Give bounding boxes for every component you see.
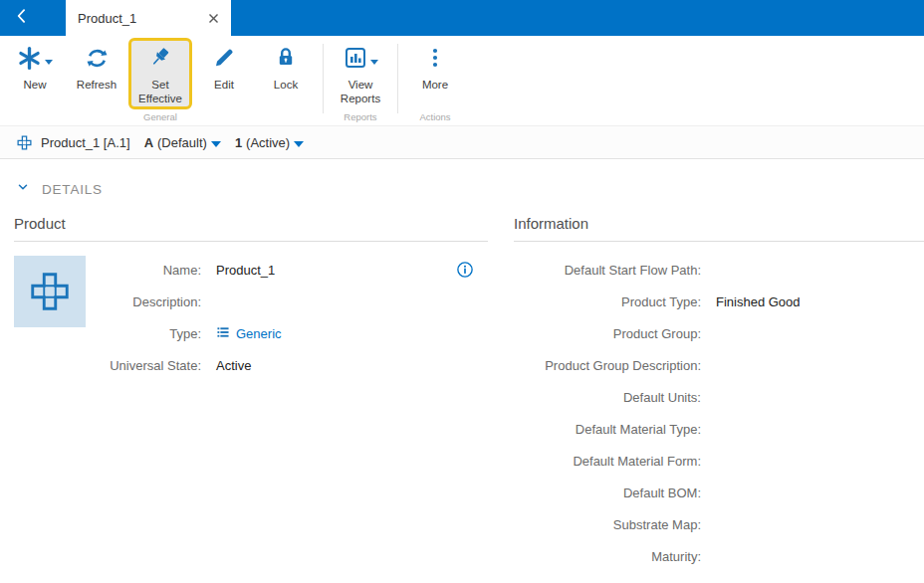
product-panel-heading: Product xyxy=(14,211,488,242)
chevron-down-icon xyxy=(370,51,378,69)
pencil-icon xyxy=(212,46,236,74)
chevron-down-icon xyxy=(16,180,30,198)
field-value: Generic xyxy=(207,325,488,342)
version-letter: A xyxy=(144,135,153,150)
back-button[interactable] xyxy=(0,0,44,36)
ellipsis-vertical-icon xyxy=(423,46,447,74)
view-reports-button-label: View Reports xyxy=(331,79,390,106)
field-row-universal-state: Universal State: Active xyxy=(14,349,488,381)
lock-icon xyxy=(274,46,298,74)
close-icon[interactable] xyxy=(208,13,219,24)
field-label: Default Start Flow Path: xyxy=(514,263,707,278)
product-image xyxy=(14,256,86,327)
breadcrumb-entity: Product_1 [A.1] xyxy=(41,135,130,150)
chevron-left-icon xyxy=(12,6,32,30)
field-row: Substrate Map: xyxy=(514,508,924,540)
revision-dropdown[interactable]: 1 (Active) xyxy=(235,135,304,150)
report-chart-icon xyxy=(344,46,367,74)
field-label: Maturity: xyxy=(514,549,707,564)
field-label: Type: xyxy=(14,326,207,341)
information-panel: Information Default Start Flow Path: Pro… xyxy=(514,211,924,583)
set-effective-button[interactable]: Set Effective xyxy=(128,38,192,109)
field-label: Default Units: xyxy=(514,390,707,405)
details-section-toggle[interactable]: DETAILS xyxy=(16,179,924,199)
field-value: Product_1 xyxy=(207,263,488,278)
group-label-general: General xyxy=(4,111,317,125)
ribbon-toolbar: New Refresh xyxy=(0,36,924,125)
pushpin-icon xyxy=(148,46,172,74)
chevron-down-icon xyxy=(211,135,221,150)
view-reports-button[interactable]: View Reports xyxy=(331,38,390,106)
lock-button-label: Lock xyxy=(274,79,298,93)
field-row: Maturity: xyxy=(514,540,924,572)
field-label: Product Type: xyxy=(514,294,707,309)
field-row: Product Group Description: xyxy=(514,349,924,381)
field-label: Default Material Form: xyxy=(514,454,707,469)
app-window: Product_1 New xyxy=(0,0,924,583)
tab-title: Product_1 xyxy=(78,11,200,26)
breadcrumb: Product_1 [A.1] A (Default) 1 (Active) xyxy=(0,125,924,159)
info-icon[interactable] xyxy=(456,261,474,279)
revision-state: (Active) xyxy=(246,135,290,150)
field-label: Product Group Description: xyxy=(514,358,707,373)
information-panel-heading: Information xyxy=(514,211,924,242)
information-fields: Default Start Flow Path: Product Type: F… xyxy=(514,242,924,583)
details-section-label: DETAILS xyxy=(42,182,103,197)
edit-button[interactable]: Edit xyxy=(194,38,254,93)
lock-button[interactable]: Lock xyxy=(256,38,316,93)
refresh-button-label: Refresh xyxy=(77,79,116,93)
field-row: Capacity Class: xyxy=(514,572,924,583)
refresh-icon xyxy=(85,46,110,75)
new-button[interactable]: New xyxy=(5,38,65,93)
product-icon xyxy=(16,134,33,151)
details-content: Product Name: Product_1 Description: xyxy=(0,199,924,583)
version-state: (Default) xyxy=(157,135,207,150)
field-value: Finished Good xyxy=(707,294,924,309)
new-asterisk-icon xyxy=(17,46,42,75)
toolbar-separator xyxy=(397,44,398,113)
refresh-button[interactable]: Refresh xyxy=(67,38,126,93)
type-generic-link[interactable]: Generic xyxy=(236,326,282,341)
product-panel: Product Name: Product_1 Description: xyxy=(14,211,488,583)
field-label: Default BOM: xyxy=(514,486,707,500)
toolbar-group-reports: View Reports Reports xyxy=(330,38,391,125)
new-button-label: New xyxy=(23,79,46,93)
field-label: Universal State: xyxy=(14,358,207,373)
field-label: Product Group: xyxy=(514,326,707,341)
toolbar-separator xyxy=(323,44,324,113)
top-bar: Product_1 xyxy=(0,0,924,36)
toolbar-group-general: New Refresh xyxy=(4,38,317,125)
chevron-down-icon xyxy=(294,135,304,150)
field-row: Default Units: xyxy=(514,381,924,413)
group-label-actions: Actions xyxy=(404,111,466,125)
field-row: Default Start Flow Path: xyxy=(514,254,924,286)
generic-type-icon xyxy=(216,325,230,342)
more-button-label: More xyxy=(422,79,448,93)
toolbar-group-actions: More Actions xyxy=(404,38,466,125)
field-row: Default BOM: xyxy=(514,477,924,508)
tab-product-1[interactable]: Product_1 xyxy=(66,0,231,36)
chevron-down-icon xyxy=(45,51,53,69)
revision-number: 1 xyxy=(235,135,242,150)
field-row: Default Material Form: xyxy=(514,445,924,477)
field-row: Product Group: xyxy=(514,317,924,349)
more-button[interactable]: More xyxy=(405,38,465,93)
group-label-reports: Reports xyxy=(330,111,391,125)
product-fields: Name: Product_1 Description: Type: xyxy=(14,242,488,381)
set-effective-button-label: Set Effective xyxy=(131,79,189,106)
field-label: Default Material Type: xyxy=(514,422,707,437)
edit-button-label: Edit xyxy=(214,79,234,93)
field-value: Active xyxy=(207,358,488,373)
field-label: Substrate Map: xyxy=(514,517,707,532)
field-row: Product Type: Finished Good xyxy=(514,286,924,317)
field-row: Default Material Type: xyxy=(514,413,924,445)
version-dropdown[interactable]: A (Default) xyxy=(144,135,221,150)
